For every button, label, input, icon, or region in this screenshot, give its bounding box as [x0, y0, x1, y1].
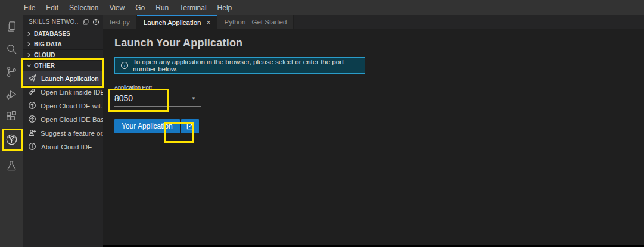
sidebar-item-launch-application[interactable]: Launch Application	[23, 71, 103, 85]
menu-go[interactable]: Go	[130, 2, 150, 14]
help-icon[interactable]: ?	[92, 18, 99, 26]
open-external-button[interactable]	[181, 119, 199, 133]
application-port-label: Application Port	[114, 85, 201, 90]
open-editors-icon[interactable]	[82, 18, 89, 26]
run-debug-icon[interactable]	[0, 83, 23, 105]
chevron-right-icon	[26, 52, 34, 58]
sidebar-title: SKILLS NETWO...	[29, 18, 79, 25]
chevron-right-icon	[26, 30, 34, 37]
section-cloud[interactable]: CLOUD	[23, 50, 103, 61]
external-link-icon	[186, 123, 194, 130]
section-databases[interactable]: DATABASES	[23, 29, 103, 39]
ide-window: File Edit Selection View Go Run Terminal…	[0, 0, 644, 247]
menu-file[interactable]: File	[18, 2, 41, 14]
person-icon	[28, 129, 36, 137]
section-other[interactable]: OTHER	[23, 61, 103, 71]
info-banner-text: To open any application in the browser, …	[133, 58, 359, 73]
explorer-icon[interactable]	[0, 15, 23, 37]
sidebar-skills-network: SKILLS NETWO... ? DATABASES BIG DATA CLO…	[23, 15, 103, 247]
page-title: Launch Your Application	[114, 37, 644, 49]
application-port-select[interactable]: 8050 ▼	[114, 93, 201, 107]
menu-view[interactable]: View	[104, 2, 130, 14]
application-port-field: Application Port 8050 ▼	[114, 85, 201, 107]
info-icon	[28, 142, 37, 151]
dropdown-caret-icon: ▼	[191, 96, 196, 101]
sidebar-item-open-cloud-ide-basic[interactable]: Open Cloud IDE Basic	[23, 112, 103, 126]
skills-network-icon[interactable]	[0, 128, 23, 151]
menu-edit[interactable]: Edit	[41, 2, 64, 14]
tab-python-get-started[interactable]: Python - Get Started	[217, 15, 294, 29]
application-port-value: 8050	[114, 93, 133, 103]
sidebar-item-about-cloud-ide[interactable]: About Cloud IDE	[23, 140, 103, 154]
menu-terminal[interactable]: Terminal	[174, 2, 211, 14]
launch-button-group: Your Application	[114, 119, 644, 133]
sidebar-item-open-cloud-ide-with[interactable]: Open Cloud IDE wit...	[23, 99, 103, 112]
activity-bar	[0, 15, 23, 247]
sidebar-item-open-link-inside-ide[interactable]: Open Link inside IDE	[23, 85, 103, 99]
your-application-button[interactable]: Your Application	[114, 119, 180, 133]
cloud-upload-icon	[28, 115, 36, 124]
sidebar-item-suggest-a-feature[interactable]: Suggest a feature or...	[23, 126, 103, 140]
cloud-upload-icon	[28, 101, 36, 110]
info-banner: i To open any application in the browser…	[114, 57, 365, 74]
section-big-data[interactable]: BIG DATA	[23, 39, 103, 50]
lab-flask-icon[interactable]	[0, 154, 23, 177]
chevron-right-icon	[26, 41, 34, 48]
menu-run[interactable]: Run	[150, 2, 174, 14]
svg-text:?: ?	[95, 20, 97, 24]
tab-launch-application[interactable]: Launch Application ×	[137, 15, 218, 29]
sidebar-header: SKILLS NETWO... ?	[23, 15, 103, 29]
info-icon: i	[121, 62, 128, 69]
launch-application-page: Launch Your Application i To open any ap…	[103, 29, 644, 133]
chevron-down-icon	[26, 62, 34, 69]
extensions-icon[interactable]	[0, 105, 23, 128]
menu-bar: File Edit Selection View Go Run Terminal…	[0, 0, 644, 15]
menu-help[interactable]: Help	[212, 2, 238, 14]
link-icon	[28, 87, 36, 96]
launch-icon	[28, 74, 37, 83]
tab-bar: test.py Launch Application × Python - Ge…	[103, 15, 644, 29]
tab-test-py[interactable]: test.py	[103, 15, 137, 29]
source-control-icon[interactable]	[0, 60, 23, 83]
search-icon[interactable]	[0, 37, 23, 60]
close-icon[interactable]: ×	[206, 18, 210, 27]
editor-group: test.py Launch Application × Python - Ge…	[103, 15, 644, 245]
menu-selection[interactable]: Selection	[64, 2, 104, 14]
